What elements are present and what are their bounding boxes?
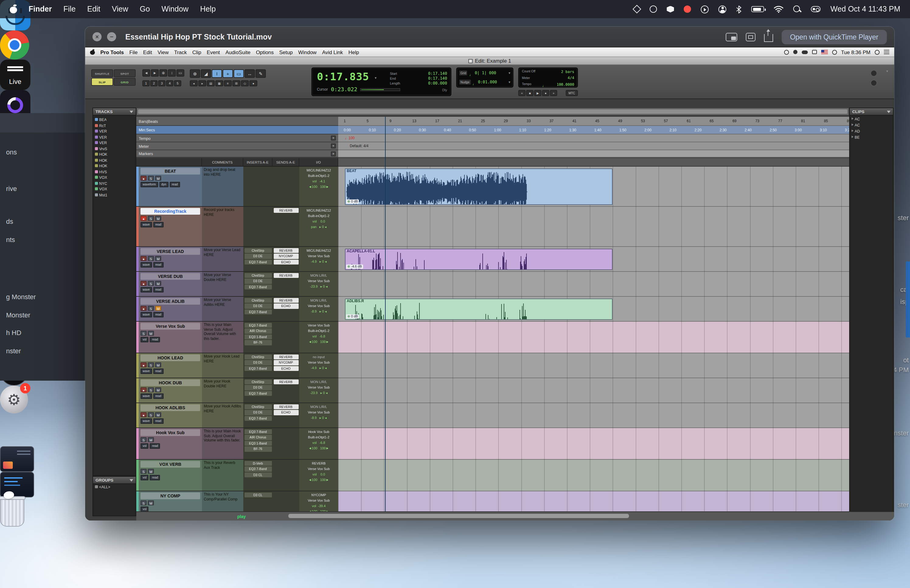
- send-slot[interactable]: ECHO: [273, 410, 298, 415]
- add-meter-icon[interactable]: [331, 144, 336, 149]
- io-value[interactable]: ◄100 100►: [300, 446, 338, 450]
- tracks-list-item[interactable]: RcT: [93, 123, 136, 128]
- toolbar-misc-button[interactable]: ▤: [207, 80, 215, 86]
- close-button[interactable]: ×: [92, 32, 102, 41]
- menubar-app-name[interactable]: Finder: [29, 5, 52, 13]
- track-name[interactable]: VERSE DUB: [141, 273, 200, 280]
- transport-button[interactable]: ■: [526, 90, 533, 96]
- end-value[interactable]: 0:17.140: [428, 76, 447, 81]
- track-state-button[interactable]: ●: [141, 176, 147, 181]
- menu-go[interactable]: Go: [140, 5, 150, 13]
- edit-tool-button[interactable]: ◢: [201, 69, 211, 78]
- insert-slot[interactable]: EQ3 7-Band: [244, 259, 272, 265]
- nudge-label[interactable]: Nudge: [459, 79, 470, 84]
- playhead-cursor[interactable]: [385, 117, 386, 514]
- track-comment[interactable]: Move your Verse Adlibs HERE: [202, 297, 243, 321]
- grid-value[interactable]: 0| 1| 000: [475, 70, 496, 75]
- io-value[interactable]: vol -39.4: [300, 503, 338, 508]
- io-value[interactable]: Built-inOtpt1-2: [300, 173, 338, 178]
- track-state-button[interactable]: S: [141, 469, 147, 474]
- insert-slot[interactable]: ChnlStrp: [244, 404, 272, 409]
- track-menu[interactable]: read: [150, 475, 160, 480]
- tracks-list-item[interactable]: HOK: [93, 163, 136, 169]
- edit-tool-button[interactable]: ✎: [255, 69, 266, 78]
- track-comment[interactable]: Move your Hook Double HERE: [202, 378, 243, 402]
- track-menu[interactable]: read: [153, 393, 163, 399]
- meter-label[interactable]: Meter: [522, 76, 530, 80]
- timeline-track-lane[interactable]: [338, 272, 849, 297]
- track-state-button[interactable]: M: [155, 256, 161, 261]
- io-value[interactable]: MON L/R/L: [300, 298, 338, 302]
- video-content[interactable]: Pro Tools FileEditViewTrackClipEventAudi…: [85, 47, 894, 520]
- insert-slot[interactable]: D3 DE: [244, 385, 272, 390]
- insert-slot[interactable]: ChnlStrp: [244, 354, 272, 359]
- track-state-button[interactable]: M: [155, 412, 161, 417]
- track-menu[interactable]: wave: [141, 418, 152, 424]
- edit-tool-button[interactable]: ⊕: [190, 69, 200, 78]
- io-value[interactable]: Verse Vox Sub: [300, 384, 338, 389]
- splice-menubar-icon[interactable]: [633, 5, 641, 13]
- toolbar-misc-button[interactable]: ●: [249, 80, 257, 86]
- insert-slot[interactable]: ChnlStrp: [244, 273, 272, 278]
- track-state-button[interactable]: S: [141, 437, 147, 442]
- track-name[interactable]: VERSE LEAD: [141, 248, 200, 255]
- tracks-list-item[interactable]: VER: [93, 140, 136, 145]
- zoom-preset-button[interactable]: 4: [166, 80, 173, 86]
- timeline-track-lane[interactable]: [338, 460, 849, 491]
- insert-slot[interactable]: EQ3 1-Band: [244, 334, 272, 339]
- send-slot[interactable]: REVERB: [273, 298, 298, 303]
- track-color-strip[interactable]: [136, 403, 139, 428]
- mtc-button[interactable]: MTC: [566, 90, 578, 96]
- menu-file[interactable]: File: [63, 5, 76, 13]
- menu-edit[interactable]: Edit: [87, 5, 100, 13]
- edit-mode-button[interactable]: SLIP: [91, 78, 113, 86]
- edit-tool-button[interactable]: +: [223, 69, 233, 78]
- insert-slot[interactable]: AIR Chorus: [244, 328, 272, 334]
- tempo-ruler[interactable]: ♩100: [338, 134, 849, 142]
- io-header[interactable]: I/O: [299, 158, 338, 166]
- send-slot[interactable]: REVERB: [273, 379, 298, 384]
- track-state-button[interactable]: M: [148, 501, 154, 505]
- send-slot[interactable]: ECHO: [273, 366, 298, 371]
- io-value[interactable]: vol 0.0: [300, 472, 338, 477]
- track-state-button[interactable]: M: [155, 306, 161, 311]
- track-state-button[interactable]: M: [148, 469, 154, 474]
- clip-list-item[interactable]: BE: [850, 134, 893, 140]
- zoom-preset-button[interactable]: 3: [158, 80, 165, 86]
- insert-slot[interactable]: EQ3 7-Band: [244, 284, 272, 289]
- countoff-label[interactable]: Count Off: [522, 69, 535, 73]
- group-item[interactable]: <ALL>: [93, 484, 136, 490]
- insert-slot[interactable]: D3 DE: [244, 360, 272, 365]
- menu-help[interactable]: Help: [200, 5, 216, 13]
- add-tempo-icon[interactable]: [331, 136, 336, 141]
- wifi-icon[interactable]: [774, 5, 784, 13]
- track-state-button[interactable]: ●: [141, 306, 147, 311]
- control-center-icon[interactable]: [811, 6, 821, 12]
- timeline-track-lane[interactable]: [338, 403, 849, 428]
- track-color-strip[interactable]: [136, 321, 139, 353]
- inserts-header[interactable]: INSERTS A-E: [243, 158, 273, 166]
- send-slot[interactable]: REVERB: [273, 208, 298, 213]
- zoom-preset-button[interactable]: 1: [142, 80, 150, 86]
- markers-ruler-label[interactable]: Markers: [136, 150, 338, 157]
- send-slot[interactable]: NYCOMP: [273, 254, 298, 259]
- io-value[interactable]: ◄100 100►: [300, 339, 338, 344]
- transport-button[interactable]: ●: [542, 90, 549, 96]
- track-menu[interactable]: read: [153, 287, 163, 292]
- start-value[interactable]: 0:17.140: [428, 71, 447, 76]
- clip-list-item[interactable]: AC: [850, 116, 893, 122]
- caret-icon[interactable]: ▾: [509, 80, 510, 84]
- finder-sidebar-item[interactable]: nts: [6, 236, 15, 243]
- insert-slot[interactable]: EQ3 7-Band: [244, 466, 272, 472]
- track-menu[interactable]: wave: [141, 393, 152, 399]
- clip-list-item[interactable]: AC: [850, 122, 893, 128]
- tracks-list-item[interactable]: VER: [93, 128, 136, 134]
- insert-slot[interactable]: EQ3 7-Band: [244, 366, 272, 371]
- track-menu[interactable]: read: [150, 443, 160, 449]
- io-value[interactable]: -23.9 ▸ 0 ◂: [300, 390, 338, 395]
- io-value[interactable]: vol 0.0: [300, 219, 338, 223]
- insert-slot[interactable]: D3 CL: [244, 492, 272, 498]
- panel-caret-icon[interactable]: [129, 110, 133, 113]
- timeline-rulers[interactable]: 1591317212529333741454953576165697377818…: [338, 117, 849, 158]
- io-value[interactable]: Verse Vox Sub: [300, 498, 338, 502]
